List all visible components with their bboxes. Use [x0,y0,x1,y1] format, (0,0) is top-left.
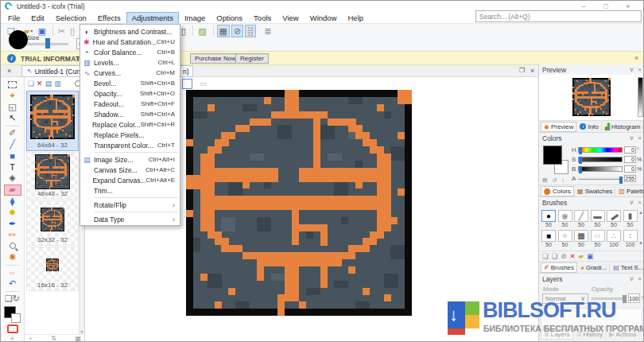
rectangle-tool[interactable]: ■ [4,150,21,161]
crop-tool[interactable]: ◱ [4,102,21,112]
flip-tool[interactable]: ⇔ [4,267,21,278]
close-panel-icon[interactable]: × [638,66,642,73]
line-tool[interactable]: ╱ [4,139,21,150]
text-tool[interactable]: T [4,161,21,172]
menu-item-replace-pixels[interactable]: Replace Pixels... [80,130,180,140]
slider-value[interactable]: 0 [624,165,636,173]
slider-value[interactable]: 255 [624,175,636,182]
cut-button[interactable]: ✂ [56,25,67,37]
menu-selection[interactable]: Selection [50,12,92,24]
h-slider[interactable] [578,147,623,153]
tab-colors[interactable]: ⬤Colors [541,186,574,196]
menu-edit[interactable]: Edit [25,12,49,24]
duplicate-rotate-tool[interactable]: ❏↻ [4,293,21,304]
menu-item-data-type[interactable]: Data Type› [80,214,180,224]
secondary-mode-icon[interactable]: ▭ [198,79,208,89]
collapse-icon[interactable]: ∨ [629,66,634,73]
canvas-pixel-art[interactable] [186,90,412,316]
brush-cell[interactable]: ▬ [607,210,621,222]
brush-tool[interactable]: ✐ [4,128,21,138]
menu-adjustments[interactable]: Adjustments [126,12,179,24]
tab-gradi[interactable]: ◕Gradi... [578,262,610,273]
brush-cell[interactable]: ╱ [574,210,588,222]
add-tool-icon[interactable]: + [10,335,14,342]
export-frame-icon[interactable]: ▤ [45,80,52,87]
import-frame-icon[interactable]: ▥ [54,80,61,87]
frame-list-item[interactable]: 16x16 - 32 [26,247,79,291]
slider-thumb[interactable] [579,166,582,173]
menu-item-shadow[interactable]: Shadow...Shift+Ctrl+A [80,109,180,119]
pencil-tool[interactable]: ✏ [4,230,21,240]
slider-thumb[interactable] [619,177,623,184]
b-slider[interactable] [578,166,623,172]
slider-value[interactable]: 0 [624,146,636,154]
menu-item-brightness-and-contrast[interactable]: ◐Brightness and Contrast... [80,26,180,37]
select-tool[interactable] [4,80,21,90]
lighten-tool[interactable]: ✹ [4,208,21,218]
menu-help[interactable]: Help [343,12,370,24]
brush-cell[interactable]: ▬ [591,210,605,222]
open-brush-icon[interactable]: ▰ [579,252,584,260]
s-slider[interactable] [578,157,623,162]
delete-frame-icon[interactable]: ✕ [37,80,43,87]
scroll-up-icon[interactable]: ▲ [638,210,643,215]
menu-item-canvas-size[interactable]: Canvas Size...Ctrl+Alt+C [80,165,180,175]
menu-effects[interactable]: Effects [92,12,126,24]
search-input[interactable] [475,10,642,22]
tab-brushes[interactable]: ✐Brushes [541,262,577,273]
collapse-icon[interactable]: ∨ [629,275,634,282]
brush-cell[interactable]: ▮ [623,210,638,222]
new-brush-icon[interactable]: ❏ [542,252,549,260]
menu-tools[interactable]: Tools [248,12,277,24]
menu-item-hue-and-saturation[interactable]: ✱Hue and Saturation...Ctrl+U [80,37,180,47]
add-frame-icon[interactable]: + [29,335,33,342]
image-button[interactable]: ▨ [196,25,208,37]
selection-mode-icon[interactable] [182,79,192,89]
undo-tool[interactable]: ↶ [4,278,21,289]
slider-thumb[interactable] [579,157,582,164]
menu-image[interactable]: Image [179,12,211,24]
collapse-icon[interactable]: ∨ [629,134,634,142]
menu-item-color-balance[interactable]: ◓Color Balance...Ctrl+B [80,47,180,57]
tab-text-s[interactable]: ▤Text S... [611,262,644,273]
transparency-toggle-button[interactable]: ▦ [217,25,230,37]
eraser-tool[interactable]: ▰ [4,185,21,196]
shape-outline-tool[interactable] [7,325,18,333]
menu-item-bevel[interactable]: Bevel...Shift+Ctrl+B [80,78,180,88]
brush-cell[interactable]: ∴ [607,230,621,242]
layers-button[interactable]: ≣ [262,25,273,37]
clear-brush-icon[interactable]: ⊘ [561,252,566,260]
menu-window[interactable]: Window [305,12,343,24]
purchase-now-button[interactable]: Purchase Now [190,53,241,64]
scroll-down-icon[interactable]: ▼ [638,241,643,246]
tab-palette[interactable]: ▨Palette [616,186,644,196]
brush-cell[interactable]: ✳ [558,230,572,242]
menu-item-replace-color[interactable]: Replace Color...Shift+Ctrl+R [80,119,180,130]
brush-cell[interactable]: ● [541,210,556,222]
slider-thumb[interactable] [579,147,582,154]
close-panel-icon[interactable]: × [638,199,642,206]
frame-list-item[interactable]: 32x32 - 32 [26,200,79,246]
add-frame-icon[interactable]: ❏ [28,80,34,87]
close-panel-icon[interactable]: × [638,134,642,142]
menu-item-image-size[interactable]: ▤Image Size...Ctrl+Alt+I [80,154,180,165]
device-preview-button[interactable]: ▯ [180,25,188,37]
tab-preview[interactable]: ◉Preview [541,122,576,132]
close-tab-icon[interactable]: × [7,67,11,75]
foreground-color-swatch[interactable] [543,146,562,165]
brush-cell[interactable]: ∶ [623,230,638,242]
trial-close-icon[interactable]: × [634,54,638,62]
copy-brush-icon[interactable]: ❏ [552,252,558,260]
tab-swatches[interactable]: ▦Swatches [575,186,615,196]
hand-tool[interactable]: ✺ [4,252,21,262]
close-panel-icon[interactable]: × [638,275,642,282]
zoom-tool[interactable] [4,241,21,251]
menu-item-opacity[interactable]: Opacity...Shift+Ctrl+O [80,88,180,99]
menu-item-curves[interactable]: ∿Curves...Ctrl+M [80,68,180,78]
menu-item-trim[interactable]: Trim... [80,185,180,196]
pen-tool[interactable]: ✒ [4,219,21,229]
close-doc-icon[interactable]: × [530,67,534,75]
brush-cell[interactable]: ■ [541,230,556,242]
dropdown-caret-icon[interactable]: ▾ [30,28,33,33]
tab-info[interactable]: iInfo [577,122,601,132]
